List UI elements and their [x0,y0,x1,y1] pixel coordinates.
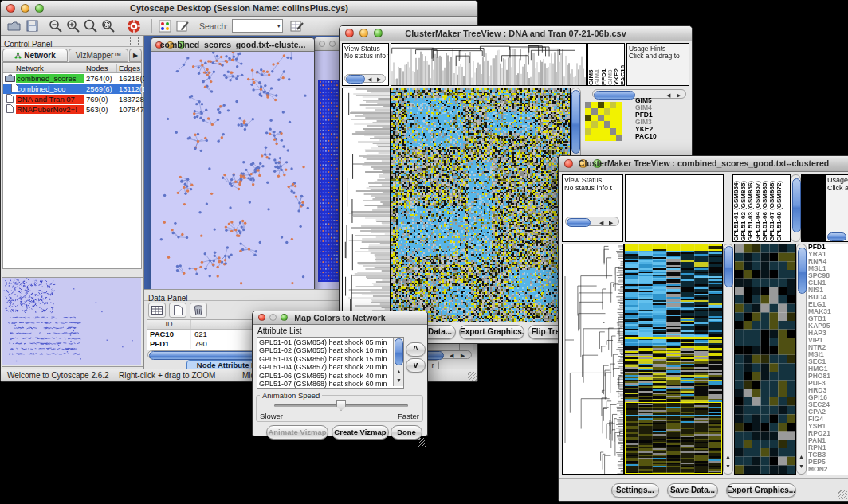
scroll-right-icon[interactable]: ▶ [609,219,613,226]
matrix-cell[interactable] [591,102,598,108]
scroll-left-icon[interactable]: ◀ [367,76,371,83]
resize-grip[interactable] [418,438,426,447]
tv2-labels-vscrollbar[interactable] [791,174,801,242]
tv1-heatmap[interactable] [391,88,571,322]
matrix-cell[interactable] [616,115,622,121]
slider-thumb[interactable] [336,400,346,411]
tab-overflow-arrow[interactable]: ▶ [129,49,142,62]
matrix-cell[interactable] [610,128,616,135]
network-table-header[interactable]: Network Nodes Edges [3,63,141,73]
main-title-bar[interactable]: Cytoscape Desktop (Session Name: collins… [1,1,477,17]
attribute-list-item[interactable]: GPL51-01 (GSM854) heat shock 05 min [259,338,402,346]
matrix-cell[interactable] [616,128,622,135]
open-session-button[interactable] [6,18,23,34]
scroll-up-icon[interactable]: ▲ [396,368,402,375]
matrix-cell[interactable] [598,102,604,108]
matrix-cell[interactable] [598,135,604,141]
vizmapper-icon[interactable] [156,18,174,34]
search-input[interactable]: ▼ [232,19,283,33]
tv1-column-dendrogram[interactable] [391,43,587,86]
tv2-settings-button[interactable]: Settings... [611,483,659,498]
matrix-cell[interactable] [616,102,622,108]
scroll-left-icon[interactable]: ◀ [450,352,453,359]
attribute-list-item[interactable]: GPL51-07 (GSM868) heat shock 60 min [259,380,402,388]
matrix-cell[interactable] [591,108,598,115]
tv2-save-data-button[interactable]: Save Data... [667,483,718,498]
matrix-cell[interactable] [598,128,604,135]
search-dropdown-icon[interactable]: ▼ [276,21,281,31]
tv2-zoom-vscrollbar[interactable]: ▲ ▼ [796,244,807,475]
dialog-title-bar[interactable]: Map Colors to Network [253,311,427,325]
annotation-icon[interactable] [174,18,191,34]
matrix-cell[interactable] [598,108,604,115]
delete-attribute-trash-icon[interactable] [190,303,207,318]
matrix-cell[interactable] [616,121,622,127]
tab-network[interactable]: Network [2,49,68,62]
tv2-heatmap-vscrollbar[interactable]: ▲ ▼ [723,244,733,475]
tv1-title-bar[interactable]: ClusterMaker TreeView : DNA and Tran 07-… [340,26,692,41]
tv2-row-dendrogram[interactable] [562,244,624,475]
attribute-list-item[interactable]: GPL51-04 (GSM857) heat shock 20 min [259,363,402,371]
zoom-selected-icon[interactable] [100,18,117,34]
scroll-right-icon[interactable]: ▶ [461,352,465,359]
tv2-zoom-heatmap[interactable] [734,244,796,475]
network-window-a[interactable]: combined_scores_good.txt--cluste... [151,37,315,289]
zoom-fit-icon[interactable] [82,18,100,34]
scroll-right-icon[interactable]: ▶ [377,76,381,83]
tv1-export-graphics-button[interactable]: Export Graphics... [459,325,524,339]
zoom-out-icon[interactable] [47,18,65,34]
matrix-cell[interactable] [598,121,604,127]
matrix-cell[interactable] [604,108,610,115]
matrix-cell[interactable] [604,121,610,127]
tv1-mini-matrix[interactable] [585,102,622,141]
attribute-list-item[interactable]: GPL51-06 (GSM865) heat shock 40 min [259,372,402,380]
matrix-cell[interactable] [585,128,591,135]
matrix-cell[interactable] [591,128,598,135]
attribute-listbox[interactable]: GPL51-01 (GSM854) heat shock 05 minGPL51… [257,337,404,389]
matrix-cell[interactable] [585,102,591,108]
matrix-cell[interactable] [604,115,610,121]
resize-grip[interactable] [838,490,847,499]
matrix-cell[interactable] [598,115,604,121]
tv2-title-bar[interactable]: ClusterMaker TreeView : combined_scores_… [559,156,848,172]
tv2-export-graphics-button[interactable]: Export Graphics... [726,483,796,498]
save-session-button[interactable] [23,18,41,34]
network-row[interactable]: DNA and Tran 07769(0)183728(0) [3,94,141,104]
tab-vizmapper[interactable]: VizMapper™ [69,49,128,62]
tv2-column-dendrogram[interactable] [625,174,724,242]
matrix-cell[interactable] [616,108,622,115]
close-button[interactable] [319,41,325,47]
matrix-cell[interactable] [610,121,616,127]
move-down-button[interactable]: v [406,358,426,373]
scroll-down-icon[interactable]: ▼ [396,377,402,384]
network-row[interactable]: combined_sco2569(6)13112(15) [3,84,141,94]
matrix-cell[interactable] [610,135,616,141]
move-up-button[interactable]: ^ [406,342,426,357]
select-attributes-icon[interactable] [148,303,166,318]
float-panel-icon[interactable] [130,37,139,45]
attribute-list-item[interactable]: GPL51-02 (GSM855) heat shock 10 min [259,346,402,354]
new-attribute-icon[interactable] [169,303,186,318]
birdseye-view[interactable] [2,277,143,367]
tv1-status-hscrollbar[interactable]: ◀ ▶ [344,74,386,83]
zoom-in-icon[interactable] [65,18,82,34]
help-lifering-icon[interactable] [125,18,143,34]
animation-speed-slider[interactable] [274,404,408,407]
tv2-heatmap[interactable] [624,244,723,475]
matrix-cell[interactable] [604,128,610,135]
scroll-up-icon[interactable]: ▲ [725,453,731,460]
scroll-down-icon[interactable]: ▼ [725,463,731,470]
resize-grip[interactable] [468,372,477,381]
matrix-cell[interactable] [604,102,610,108]
attribute-list-item[interactable]: GPL51-03 (GSM856) heat shock 15 min [259,355,402,363]
matrix-cell[interactable] [585,108,591,115]
tv1-row-dendrogram[interactable] [342,88,391,322]
minimize-button[interactable] [329,41,336,47]
matrix-cell[interactable] [591,135,598,141]
animate-vizmap-button[interactable]: Animate Vizmap [266,425,328,440]
scroll-up-icon[interactable]: ▲ [799,453,804,460]
network-view-a-canvas[interactable] [151,52,312,289]
scroll-down-icon[interactable]: ▼ [799,463,804,470]
network-row[interactable]: RNAPuberNov2+!563(0)107847(0) [3,104,141,115]
matrix-cell[interactable] [585,121,591,127]
